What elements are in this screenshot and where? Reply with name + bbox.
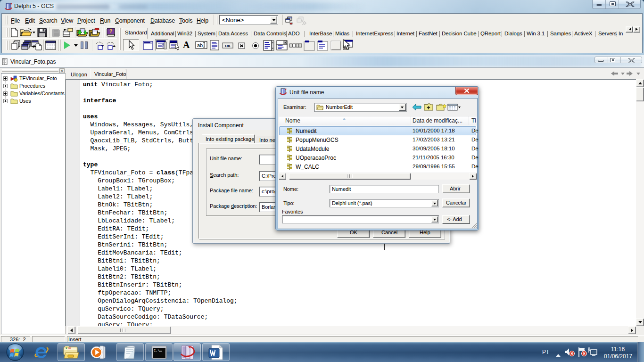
svg-text:?: ? [109, 29, 112, 34]
svg-text:ab: ab [197, 42, 203, 48]
svg-text:C:\: C:\ [154, 349, 160, 353]
svg-text:OK: OK [225, 44, 231, 48]
